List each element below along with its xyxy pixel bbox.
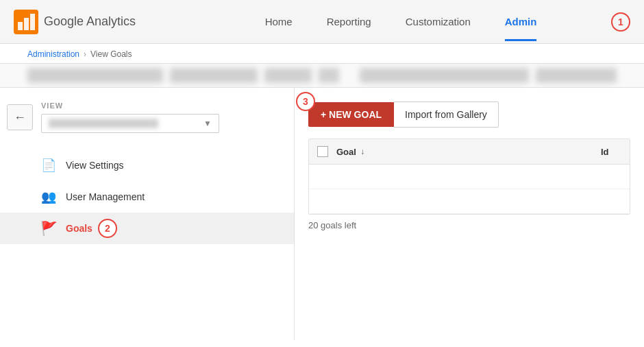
select-all-checkbox[interactable] <box>317 146 328 157</box>
action-bar: 3 + NEW GOAL Import from Gallery <box>308 101 630 128</box>
goals-table: Goal ↓ Id <box>308 139 630 215</box>
view-label: VIEW <box>41 101 280 110</box>
svg-rect-1 <box>18 22 23 30</box>
filter-block-1 <box>27 68 163 83</box>
col-goal-label: Goal <box>336 147 356 157</box>
badge-3: 3 <box>296 92 315 111</box>
nav-home[interactable]: Home <box>265 2 293 41</box>
goals-left-text: 20 goals left <box>308 220 630 230</box>
filter-block-6 <box>536 68 617 83</box>
filter-block-5 <box>360 68 529 83</box>
badge-1[interactable]: 1 <box>611 12 630 32</box>
col-id: Id <box>601 147 621 157</box>
breadcrumb: Administration › View Goals <box>0 44 644 63</box>
sidebar-item-goals-label: Goals <box>66 223 92 234</box>
table-header: Goal ↓ Id <box>309 139 630 165</box>
content-area: 3 + NEW GOAL Import from Gallery Goal ↓ … <box>295 88 644 340</box>
sidebar: ← VIEW ▼ 📄 View Settings 👥 User Manageme… <box>0 88 295 340</box>
sort-arrow-icon[interactable]: ↓ <box>360 147 364 156</box>
nav-reporting[interactable]: Reporting <box>327 2 371 41</box>
sidebar-item-user-management-label: User Management <box>66 191 145 202</box>
table-body <box>309 165 630 214</box>
view-dropdown[interactable]: ▼ <box>41 114 219 133</box>
badge-2: 2 <box>98 219 117 238</box>
new-goal-button[interactable]: + NEW GOAL <box>308 102 394 127</box>
view-settings-icon: 📄 <box>41 158 56 173</box>
filter-block-2 <box>170 68 258 83</box>
col-goal: Goal ↓ <box>336 147 593 157</box>
breadcrumb-current: View Goals <box>90 49 132 59</box>
import-gallery-button[interactable]: Import from Gallery <box>394 101 499 128</box>
sidebar-nav: 📄 View Settings 👥 User Management 🚩 Goal… <box>0 149 294 244</box>
user-management-icon: 👥 <box>41 189 56 204</box>
goals-label-wrapper: Goals 2 <box>66 223 92 234</box>
app-header: Google Analytics Home Reporting Customiz… <box>0 0 644 44</box>
breadcrumb-separator: › <box>84 49 86 59</box>
view-dropdown-value <box>49 119 158 128</box>
logo-text: Google Analytics <box>44 14 136 29</box>
breadcrumb-parent[interactable]: Administration <box>27 49 79 59</box>
back-button[interactable]: ← <box>7 104 33 130</box>
sidebar-item-view-settings[interactable]: 📄 View Settings <box>0 149 294 181</box>
sidebar-item-user-management[interactable]: 👥 User Management <box>0 181 294 213</box>
svg-rect-3 <box>30 14 35 30</box>
filter-row <box>0 63 644 88</box>
view-section: VIEW ▼ <box>0 101 294 133</box>
main-nav: Home Reporting Customization Admin <box>190 2 611 41</box>
table-empty-row-2 <box>309 189 630 214</box>
filter-block-4 <box>319 68 339 83</box>
analytics-logo-icon <box>14 10 38 34</box>
nav-admin[interactable]: Admin <box>505 2 537 41</box>
svg-rect-2 <box>24 18 29 30</box>
goals-icon: 🚩 <box>41 221 56 236</box>
dropdown-arrow-icon: ▼ <box>203 119 212 128</box>
sidebar-item-goals[interactable]: 🚩 Goals 2 <box>0 213 294 244</box>
main-area: ← VIEW ▼ 📄 View Settings 👥 User Manageme… <box>0 88 644 340</box>
header-right: 1 <box>611 12 630 32</box>
table-empty-row-1 <box>309 165 630 189</box>
nav-customization[interactable]: Customization <box>406 2 471 41</box>
logo-area: Google Analytics <box>14 10 136 34</box>
sidebar-item-view-settings-label: View Settings <box>66 160 124 171</box>
filter-block-3 <box>264 68 312 83</box>
